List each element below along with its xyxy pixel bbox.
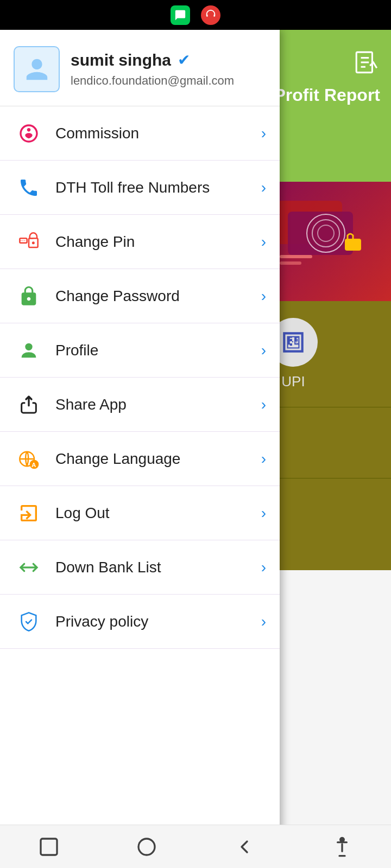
verified-icon: ✔ — [178, 51, 190, 69]
svg-point-19 — [21, 240, 22, 241]
svg-point-21 — [24, 240, 25, 241]
svg-rect-30 — [41, 839, 57, 855]
nav-home-button[interactable] — [130, 831, 163, 863]
svg-text:A: A — [31, 461, 36, 468]
log-out-label: Log Out — [55, 505, 249, 522]
red-headphone-icon — [201, 5, 220, 25]
change-language-chevron-icon: › — [261, 450, 266, 468]
svg-rect-10 — [280, 255, 312, 258]
profile-name-row: sumit singha ✔ — [71, 51, 234, 69]
green-chat-icon — [171, 5, 190, 25]
menu-item-privacy-policy[interactable]: Privacy policy › — [0, 595, 280, 649]
svg-rect-13 — [290, 339, 292, 341]
change-password-chevron-icon: › — [261, 288, 266, 305]
svg-text:?: ? — [30, 297, 34, 305]
svg-point-23 — [31, 241, 34, 244]
down-bank-list-icon — [14, 552, 43, 582]
privacy-policy-label: Privacy policy — [55, 613, 249, 630]
commission-label: Commission — [55, 125, 249, 142]
profile-menu-icon — [14, 335, 43, 365]
profile-menu-label: Profile — [55, 342, 249, 359]
change-pin-icon — [14, 227, 43, 257]
down-bank-list-chevron-icon: › — [261, 559, 266, 576]
svg-rect-5 — [288, 212, 353, 255]
share-app-icon — [14, 390, 43, 419]
svg-rect-16 — [292, 341, 293, 342]
menu-item-dth[interactable]: DTH Toll free Numbers › — [0, 161, 280, 215]
change-pin-chevron-icon: › — [261, 233, 266, 251]
nav-square-button[interactable] — [33, 831, 65, 863]
profile-info: sumit singha ✔ lendico.foundation@gmail.… — [71, 51, 234, 88]
status-bar — [0, 0, 391, 30]
dth-chevron-icon: › — [261, 179, 266, 196]
commission-chevron-icon: › — [261, 125, 266, 142]
log-out-icon — [14, 498, 43, 528]
svg-point-20 — [22, 240, 23, 241]
dth-icon — [14, 173, 43, 202]
avatar — [14, 46, 60, 92]
change-password-icon: ? — [14, 281, 43, 311]
commission-icon — [14, 118, 43, 148]
menu-item-change-pin[interactable]: Change Pin › — [0, 215, 280, 269]
svg-point-31 — [138, 839, 155, 855]
menu-item-log-out[interactable]: Log Out › — [0, 486, 280, 540]
privacy-policy-icon — [14, 607, 43, 636]
bottom-navigation — [0, 825, 391, 868]
change-language-label: Change Language — [55, 450, 249, 468]
menu-item-change-language[interactable]: A Change Language › — [0, 432, 280, 486]
svg-rect-9 — [345, 239, 361, 251]
log-out-chevron-icon: › — [261, 505, 266, 522]
banner-illustration — [266, 190, 375, 293]
profile-email: lendico.foundation@gmail.com — [71, 74, 234, 88]
drawer-profile: sumit singha ✔ lendico.foundation@gmail.… — [0, 30, 280, 106]
change-language-icon: A — [14, 444, 43, 474]
menu-item-down-bank-list[interactable]: Down Bank List › — [0, 540, 280, 595]
menu-item-profile[interactable]: Profile › — [0, 323, 280, 378]
nav-accessibility-button[interactable] — [326, 831, 358, 863]
change-password-label: Change Password — [55, 288, 249, 305]
menu-item-share-app[interactable]: Share App › — [0, 378, 280, 432]
upi-label: UPI — [281, 373, 305, 390]
profit-report-icon — [353, 50, 380, 82]
profile-name: sumit singha — [71, 51, 171, 69]
svg-rect-14 — [294, 339, 297, 341]
menu-item-commission[interactable]: Commission › — [0, 106, 280, 161]
down-bank-list-label: Down Bank List — [55, 559, 249, 576]
profile-chevron-icon: › — [261, 342, 266, 359]
change-pin-label: Change Pin — [55, 233, 249, 251]
share-app-chevron-icon: › — [261, 396, 266, 413]
svg-rect-11 — [280, 261, 301, 265]
profit-report-title: Profit Report — [274, 85, 380, 105]
menu-item-change-password[interactable]: ? Change Password › — [0, 269, 280, 323]
svg-point-25 — [25, 343, 32, 350]
svg-point-32 — [340, 838, 344, 841]
dth-label: DTH Toll free Numbers — [55, 179, 249, 196]
privacy-policy-chevron-icon: › — [261, 613, 266, 630]
nav-back-button[interactable] — [228, 831, 261, 863]
navigation-drawer: sumit singha ✔ lendico.foundation@gmail.… — [0, 30, 280, 868]
share-app-label: Share App — [55, 396, 249, 413]
svg-rect-15 — [290, 343, 292, 346]
